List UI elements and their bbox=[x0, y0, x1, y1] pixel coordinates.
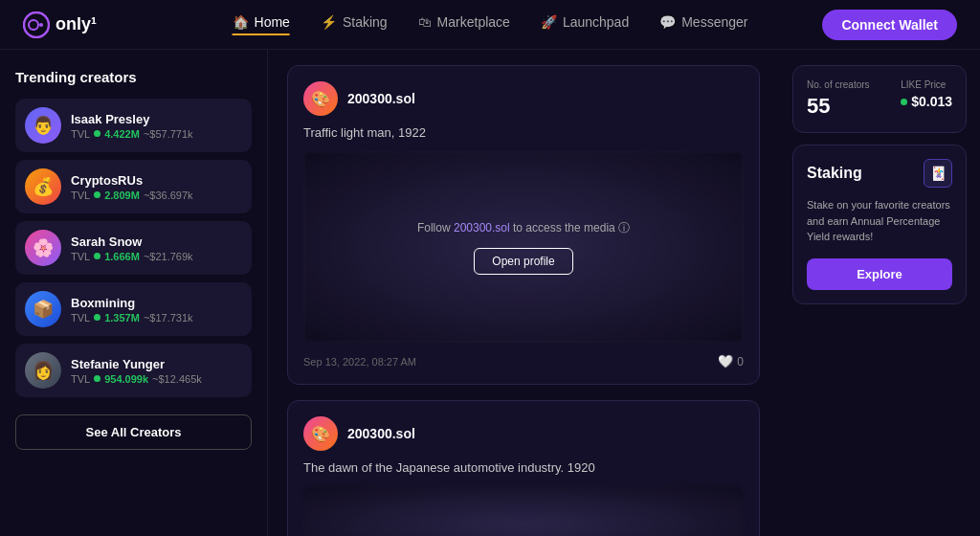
post-media-0: Follow 200300.sol to access the media ⓘ … bbox=[303, 151, 744, 343]
staking-title: Staking bbox=[807, 165, 862, 182]
creator-item-3[interactable]: 📦 Boxmining TVL 1.357M ~$17.731k bbox=[15, 282, 252, 336]
post-description-0: Traffic light man, 1922 bbox=[303, 125, 744, 140]
creator-item-4[interactable]: 👩 Stefanie Yunger TVL 954.099k ~$12.465k bbox=[15, 344, 252, 397]
creator-tvl-0: TVL 4.422M ~$57.771k bbox=[71, 128, 242, 140]
stats-card: No. of creators 55 LIKE Price $0.013 bbox=[792, 65, 967, 133]
post-username-0: 200300.sol bbox=[347, 91, 415, 106]
creator-item-1[interactable]: 💰 CryptosRUs TVL 2.809M ~$36.697k bbox=[15, 160, 252, 213]
staking-explore-button[interactable]: Explore bbox=[807, 258, 952, 290]
post-description-1: The dawn of the Japanese automotive indu… bbox=[303, 460, 744, 475]
open-profile-button-0[interactable]: Open profile bbox=[474, 248, 572, 275]
creator-avatar-4: 👩 bbox=[25, 352, 61, 389]
home-icon: 🏠 bbox=[233, 14, 249, 30]
tvl-dot bbox=[94, 191, 100, 198]
main-layout: Trending creators 👨 Isaak Presley TVL 4.… bbox=[0, 50, 980, 536]
follow-text-0: Follow 200300.sol to access the media ⓘ bbox=[417, 220, 630, 236]
nav-home[interactable]: 🏠 Home bbox=[233, 14, 290, 35]
sidebar: Trending creators 👨 Isaak Presley TVL 4.… bbox=[0, 50, 268, 536]
logo[interactable]: only¹ bbox=[23, 11, 97, 38]
nav-marketplace[interactable]: 🛍 Marketplace bbox=[418, 14, 510, 35]
post-footer-0: Sep 13, 2022, 08:27 AM 🤍 0 bbox=[303, 354, 744, 368]
like-price-label: LIKE Price bbox=[901, 79, 952, 90]
creators-label: No. of creators bbox=[807, 79, 870, 90]
post-time-0: Sep 13, 2022, 08:27 AM bbox=[303, 356, 416, 368]
sidebar-title: Trending creators bbox=[15, 69, 252, 85]
creator-name-2: Sarah Snow bbox=[71, 234, 242, 249]
staking-icon: ⚡ bbox=[321, 14, 337, 30]
post-username-1: 200300.sol bbox=[347, 426, 415, 441]
like-price-value: $0.013 bbox=[901, 94, 952, 109]
creator-tvl-3: TVL 1.357M ~$17.731k bbox=[71, 312, 242, 324]
creator-avatar-2: 🌸 bbox=[25, 230, 61, 266]
right-panel: No. of creators 55 LIKE Price $0.013 Sta… bbox=[779, 50, 980, 536]
tvl-dot bbox=[94, 375, 100, 382]
post-header-0: 🎨 200300.sol bbox=[303, 81, 744, 116]
connect-wallet-button[interactable]: Connect Wallet bbox=[822, 10, 957, 40]
svg-point-2 bbox=[39, 23, 43, 27]
nav-launchpad[interactable]: 🚀 Launchpad bbox=[541, 14, 629, 35]
staking-card: Staking 🃏 Stake on your favorite creator… bbox=[792, 145, 967, 304]
tvl-dot bbox=[94, 130, 100, 137]
like-price-dot bbox=[901, 99, 907, 105]
post-card-0: 🎨 200300.sol Traffic light man, 1922 Fol… bbox=[287, 65, 760, 385]
creators-value: 55 bbox=[807, 94, 870, 119]
post-likes-0: 🤍 0 bbox=[718, 354, 744, 368]
creator-name-1: CryptosRUs bbox=[71, 173, 242, 188]
tvl-dot bbox=[94, 314, 100, 321]
logo-icon bbox=[23, 11, 50, 38]
svg-point-0 bbox=[24, 12, 49, 37]
heart-icon-0: 🤍 bbox=[718, 354, 733, 368]
post-header-1: 🎨 200300.sol bbox=[303, 416, 744, 451]
creator-avatar-0: 👨 bbox=[25, 107, 61, 144]
launchpad-icon: 🚀 bbox=[541, 14, 557, 30]
post-avatar-0: 🎨 bbox=[303, 81, 338, 116]
main-nav: 🏠 Home ⚡ Staking 🛍 Marketplace 🚀 Launchp… bbox=[233, 14, 748, 35]
creator-name-0: Isaak Presley bbox=[71, 112, 242, 126]
see-all-creators-button[interactable]: See All Creators bbox=[15, 414, 252, 450]
creator-name-4: Stefanie Yunger bbox=[71, 357, 242, 371]
creator-name-3: Boxmining bbox=[71, 296, 242, 310]
nav-messenger[interactable]: 💬 Messenger bbox=[659, 14, 747, 35]
svg-point-1 bbox=[29, 20, 38, 30]
creator-tvl-2: TVL 1.666M ~$21.769k bbox=[71, 251, 242, 262]
marketplace-icon: 🛍 bbox=[418, 14, 432, 30]
feed: 🎨 200300.sol Traffic light man, 1922 Fol… bbox=[268, 50, 779, 536]
creator-avatar-3: 📦 bbox=[25, 291, 61, 327]
creator-item-0[interactable]: 👨 Isaak Presley TVL 4.422M ~$57.771k bbox=[15, 99, 252, 152]
staking-description: Stake on your favorite creators and earn… bbox=[807, 197, 952, 245]
post-media-1 bbox=[303, 486, 744, 536]
post-card-1: 🎨 200300.sol The dawn of the Japanese au… bbox=[287, 400, 760, 536]
post-avatar-1: 🎨 bbox=[303, 416, 338, 451]
messenger-icon: 💬 bbox=[659, 14, 676, 30]
creator-tvl-4: TVL 954.099k ~$12.465k bbox=[71, 373, 242, 385]
nav-staking[interactable]: ⚡ Staking bbox=[321, 14, 388, 35]
creator-tvl-1: TVL 2.809M ~$36.697k bbox=[71, 190, 242, 201]
creator-item-2[interactable]: 🌸 Sarah Snow TVL 1.666M ~$21.769k bbox=[15, 221, 252, 275]
tvl-dot bbox=[94, 253, 100, 259]
header: only¹ 🏠 Home ⚡ Staking 🛍 Marketplace 🚀 L… bbox=[0, 0, 980, 50]
creator-avatar-1: 💰 bbox=[25, 168, 61, 205]
staking-card-icon: 🃏 bbox=[924, 159, 952, 188]
